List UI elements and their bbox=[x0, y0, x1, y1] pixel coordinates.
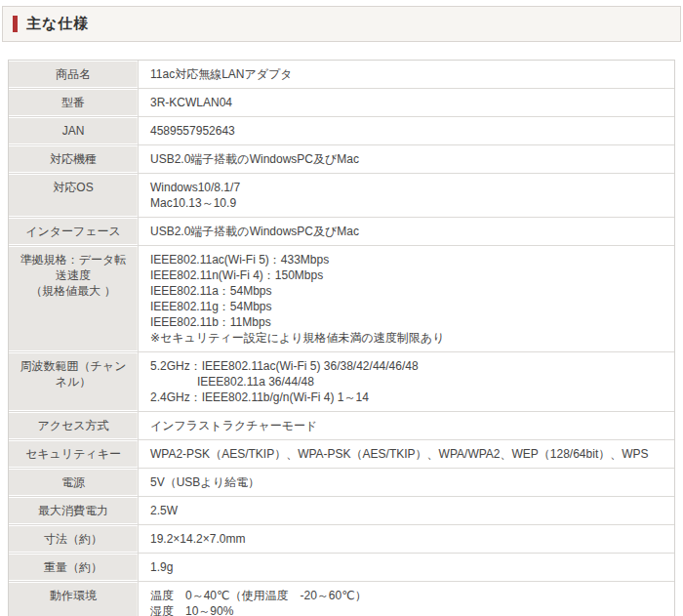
table-row: 準拠規格：データ転送速度（規格値最大 ）IEEE802.11ac(Wi-Fi 5… bbox=[9, 245, 674, 351]
spec-value: USB2.0端子搭載のWindowsPC及びMac bbox=[139, 145, 674, 173]
spec-label: 対応機種 bbox=[9, 145, 139, 173]
spec-value-line: インフラストラクチャーモード bbox=[150, 418, 663, 433]
spec-value-line: Windows10/8.1/7 bbox=[150, 180, 663, 195]
spec-label-line: 型番 bbox=[61, 95, 85, 110]
table-row: 最大消費電力2.5W bbox=[9, 496, 674, 524]
section-header: 主な仕様 bbox=[2, 6, 681, 42]
spec-value-line: ※セキュリティー設定により規格値未満の速度制限あり bbox=[150, 330, 663, 346]
spec-label-line: 電源 bbox=[61, 474, 85, 490]
spec-value: 4589557952643 bbox=[139, 117, 674, 144]
spec-label: セキュリティキー bbox=[9, 440, 139, 468]
spec-label-line: 対応OS bbox=[53, 180, 93, 195]
spec-table: 商品名11ac対応無線LANアダプタ型番3R-KCWLAN04JAN458955… bbox=[8, 60, 675, 616]
table-row: 対応OSWindows10/8.1/7Mac10.13～10.9 bbox=[9, 173, 674, 217]
table-row: セキュリティキーWPA2-PSK（AES/TKIP）、WPA-PSK（AES/T… bbox=[9, 439, 674, 468]
spec-value: 5V（USBより給電） bbox=[139, 469, 674, 496]
spec-label-line: 最大消費電力 bbox=[38, 503, 108, 518]
spec-value-line: IEEE802.11a：54Mbps bbox=[150, 283, 663, 299]
spec-label-line: セキュリティキー bbox=[25, 446, 121, 462]
spec-value: Windows10/8.1/7Mac10.13～10.9 bbox=[139, 174, 674, 217]
spec-label-line: 動作環境 bbox=[50, 588, 97, 603]
spec-value-line: 湿度 10～90% bbox=[150, 603, 663, 616]
spec-value-line: IEEE802.11b：11Mbps bbox=[150, 314, 663, 330]
spec-value-line: USB2.0端子搭載のWindowsPC及びMac bbox=[150, 224, 663, 239]
spec-label: 寸法（約） bbox=[9, 525, 139, 553]
spec-label: 電源 bbox=[9, 469, 139, 496]
spec-label: JAN bbox=[9, 117, 139, 144]
spec-value-line: 4589557952643 bbox=[150, 123, 663, 139]
spec-value: 19.2×14.2×7.0mm bbox=[139, 525, 674, 553]
spec-label-line: JAN bbox=[62, 123, 85, 139]
spec-label-line: アクセス方式 bbox=[37, 418, 108, 433]
spec-value: 温度 0～40℃（使用温度 -20～60℃）湿度 10～90%※結露無きこと bbox=[139, 582, 674, 616]
spec-value: 2.5W bbox=[139, 497, 674, 524]
spec-value-line: 19.2×14.2×7.0mm bbox=[150, 531, 663, 547]
spec-value: インフラストラクチャーモード bbox=[139, 412, 674, 439]
spec-label-line: 周波数範囲（チャンネル） bbox=[15, 358, 132, 390]
spec-label: 型番 bbox=[9, 89, 139, 116]
spec-label-line: 商品名 bbox=[56, 66, 91, 82]
spec-value: 5.2GHz：IEEE802.11ac(Wi-Fi 5) 36/38/42/44… bbox=[139, 352, 674, 411]
spec-value-line: WPA2-PSK（AES/TKIP）、WPA-PSK（AES/TKIP）、WPA… bbox=[150, 446, 663, 462]
spec-label-line: 寸法（約） bbox=[44, 531, 102, 547]
spec-value-line: 1.9g bbox=[150, 559, 663, 575]
spec-value: USB2.0端子搭載のWindowsPC及びMac bbox=[139, 218, 674, 245]
spec-value: 3R-KCWLAN04 bbox=[139, 89, 674, 116]
spec-value: IEEE802.11ac(Wi-Fi 5)：433MbpsIEEE802.11n… bbox=[139, 246, 674, 351]
spec-value: 11ac対応無線LANアダプタ bbox=[139, 61, 674, 88]
spec-label: 準拠規格：データ転送速度（規格値最大 ） bbox=[9, 246, 139, 351]
spec-value-line: 5V（USBより給電） bbox=[150, 474, 663, 490]
table-row: アクセス方式インフラストラクチャーモード bbox=[9, 411, 674, 439]
spec-value-line: 5.2GHz：IEEE802.11ac(Wi-Fi 5) 36/38/42/44… bbox=[150, 358, 663, 374]
spec-value-line: 11ac対応無線LANアダプタ bbox=[150, 66, 663, 82]
spec-value-line: IEEE802.11a 36/44/48 bbox=[150, 374, 663, 390]
spec-label: 動作環境 bbox=[9, 582, 139, 616]
table-row: 電源5V（USBより給電） bbox=[9, 468, 674, 496]
spec-value-line: 温度 0～40℃（使用温度 -20～60℃） bbox=[150, 588, 663, 603]
spec-value-line: USB2.0端子搭載のWindowsPC及びMac bbox=[150, 151, 663, 167]
spec-label-line: インターフェース bbox=[25, 224, 121, 239]
table-row: 対応機種USB2.0端子搭載のWindowsPC及びMac bbox=[9, 144, 674, 173]
table-row: 型番3R-KCWLAN04 bbox=[9, 88, 674, 116]
table-row: 重量（約）1.9g bbox=[9, 553, 674, 581]
page-title: 主な仕様 bbox=[26, 15, 89, 33]
table-row: インターフェースUSB2.0端子搭載のWindowsPC及びMac bbox=[9, 217, 674, 245]
spec-label-line: 重量（約） bbox=[44, 559, 102, 575]
spec-label: アクセス方式 bbox=[9, 412, 139, 439]
spec-label-line: （規格値最大 ） bbox=[30, 283, 115, 299]
spec-label: 商品名 bbox=[9, 61, 139, 88]
spec-value-line: IEEE802.11g：54Mbps bbox=[150, 299, 663, 314]
spec-value: 1.9g bbox=[139, 554, 674, 581]
table-row: JAN4589557952643 bbox=[9, 116, 674, 144]
spec-label: 重量（約） bbox=[9, 554, 139, 581]
table-row: 寸法（約）19.2×14.2×7.0mm bbox=[9, 524, 674, 553]
spec-value-line: IEEE802.11n(Wi-Fi 4)：150Mbps bbox=[150, 267, 663, 283]
spec-value-line: Mac10.13～10.9 bbox=[150, 195, 663, 211]
spec-label: 周波数範囲（チャンネル） bbox=[9, 352, 139, 411]
accent-bar-icon bbox=[13, 16, 18, 32]
table-row: 動作環境温度 0～40℃（使用温度 -20～60℃）湿度 10～90%※結露無き… bbox=[9, 581, 674, 616]
spec-value-line: 2.4GHz：IEEE802.11b/g/n(Wi-Fi 4) 1～14 bbox=[150, 390, 663, 405]
spec-label-line: 対応機種 bbox=[50, 151, 97, 167]
spec-value-line: 2.5W bbox=[150, 503, 663, 518]
spec-value-line: IEEE802.11ac(Wi-Fi 5)：433Mbps bbox=[150, 252, 663, 267]
spec-value-line: 3R-KCWLAN04 bbox=[150, 95, 663, 110]
spec-label: インターフェース bbox=[9, 218, 139, 245]
table-row: 商品名11ac対応無線LANアダプタ bbox=[9, 61, 674, 88]
spec-label-line: 準拠規格：データ転送速度 bbox=[15, 252, 132, 283]
spec-label: 最大消費電力 bbox=[9, 497, 139, 524]
spec-value: WPA2-PSK（AES/TKIP）、WPA-PSK（AES/TKIP）、WPA… bbox=[139, 440, 674, 468]
table-row: 周波数範囲（チャンネル）5.2GHz：IEEE802.11ac(Wi-Fi 5)… bbox=[9, 351, 674, 411]
spec-label: 対応OS bbox=[9, 174, 139, 217]
